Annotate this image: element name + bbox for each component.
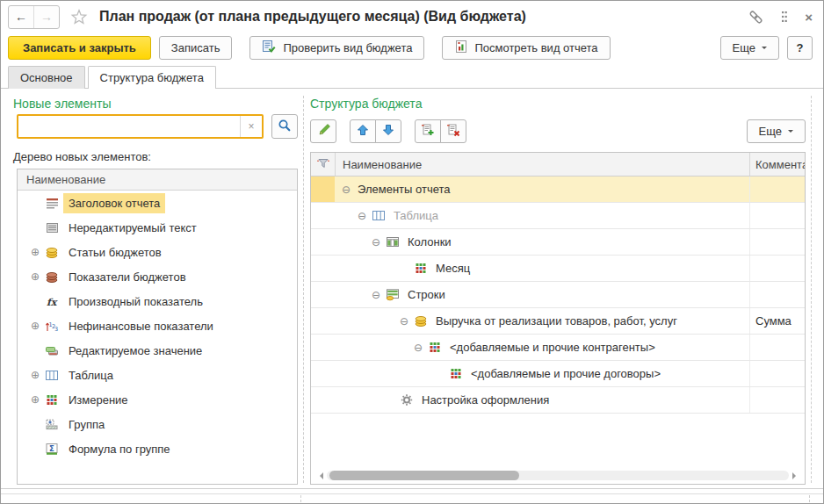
delete-row-button[interactable] <box>440 119 466 143</box>
search-button[interactable] <box>271 114 298 139</box>
table-row[interactable]: Месяц <box>311 256 805 282</box>
filter-cell <box>311 361 335 386</box>
expand-icon[interactable]: ⊕ <box>31 247 43 257</box>
coins-gold-icon <box>414 314 428 328</box>
table-row[interactable]: ⊖Таблица <box>311 203 805 229</box>
bottom-splitter-mark-right <box>809 495 810 502</box>
check-budget-view-button[interactable]: Проверить вид бюджета <box>249 36 424 60</box>
structure-table-body: ⊖Элементы отчета⊖Таблица⊖КолонкиМесяц⊖Ст… <box>311 176 805 414</box>
structure-table-header: Наименование Комментарий <box>311 153 805 176</box>
grid-icon <box>428 341 442 355</box>
table-row[interactable]: ⊖<добавляемые и прочие контрагенты> <box>311 335 805 361</box>
svg-text:3: 3 <box>54 325 58 332</box>
list-item[interactable]: ⊕Измерение <box>18 387 297 412</box>
app-window: ← → План продаж (от плана предыдущего ме… <box>0 0 824 504</box>
tab-main[interactable]: Основное <box>8 66 85 89</box>
list-item[interactable]: Группа <box>18 412 297 436</box>
more-dots-icon[interactable] <box>781 11 788 23</box>
list-item[interactable]: ⊕Показатели бюджетов <box>18 264 297 289</box>
new-elements-panel: Новые элементы × Дерево новых элементов:… <box>8 94 298 485</box>
pencil-icon <box>316 122 331 140</box>
coins-gold-icon <box>45 245 59 259</box>
filter-cell <box>311 256 335 281</box>
scroll-left-icon[interactable] <box>316 472 323 479</box>
row-label: Таблица <box>390 209 442 222</box>
list-item[interactable]: fxПроизводный показатель <box>18 289 297 313</box>
static-text-icon <box>45 220 59 234</box>
table-row[interactable]: <добавляемые и прочие договоры> <box>311 361 805 387</box>
delete-row-icon <box>446 123 460 140</box>
close-icon[interactable]: × <box>805 10 813 25</box>
expand-icon[interactable]: ⊕ <box>31 394 43 405</box>
new-elements-title[interactable]: Новые элементы <box>8 94 298 113</box>
panel-splitter[interactable] <box>303 96 305 483</box>
horizontal-scrollbar[interactable] <box>316 470 799 481</box>
expand-icon[interactable]: ⊕ <box>31 271 43 282</box>
list-item[interactable]: ⊕Таблица <box>18 363 297 387</box>
name-column-header[interactable]: Наименование <box>336 153 749 176</box>
collapse-icon[interactable]: ⊖ <box>400 316 412 327</box>
list-item[interactable]: Заголовок отчета <box>18 191 297 215</box>
structure-table: Наименование Комментарий ⊖Элементы отчет… <box>310 152 806 485</box>
table-row[interactable]: ⊖Выручка от реализации товаров, работ, у… <box>311 308 805 335</box>
collapse-icon[interactable]: ⊖ <box>372 290 384 300</box>
more-button[interactable]: Еще <box>720 36 779 60</box>
list-item[interactable]: ⊕Статьи бюджетов <box>18 240 297 264</box>
new-elements-list: Наименование Заголовок отчетаНередактиру… <box>17 169 298 485</box>
add-row-button[interactable] <box>415 119 441 143</box>
list-item[interactable]: Редактируемое значение <box>18 338 297 363</box>
comment-column-header[interactable]: Комментарий <box>749 153 805 176</box>
row-label: Месяц <box>432 262 473 275</box>
move-down-button[interactable] <box>375 119 401 143</box>
coins-brown-icon <box>45 270 59 284</box>
num123-icon: 123 <box>45 319 59 333</box>
scrollbar-thumb[interactable] <box>329 471 519 480</box>
titlebar: ← → План продаж (от плана предыдущего ме… <box>1 1 823 32</box>
view-report-button[interactable]: Посмотреть вид отчета <box>442 36 610 60</box>
search-input[interactable] <box>18 116 240 137</box>
list-header[interactable]: Наименование <box>18 169 297 191</box>
expand-icon[interactable]: ⊕ <box>31 320 43 331</box>
list-item[interactable]: ΣФормула по группе <box>18 436 297 461</box>
tab-main-label: Основное <box>20 71 73 84</box>
scrollbar-track[interactable] <box>327 471 789 480</box>
bottom-strip <box>1 488 823 503</box>
list-item[interactable]: ⊕123Нефинансовые показатели <box>18 313 297 338</box>
favorite-star-icon[interactable] <box>70 9 88 25</box>
list-item-label: Заголовок отчета <box>63 193 165 213</box>
comment-cell <box>749 282 805 307</box>
comment-cell: Сумма <box>749 308 805 334</box>
collapse-icon[interactable]: ⊖ <box>414 342 426 353</box>
move-up-button[interactable] <box>350 119 376 143</box>
scroll-right-icon[interactable] <box>792 472 799 479</box>
svg-text:fx: fx <box>47 296 58 307</box>
save-button[interactable]: Записать <box>159 36 233 60</box>
collapse-icon[interactable]: ⊖ <box>342 184 354 195</box>
name-cell: ⊖Колонки <box>335 229 749 255</box>
link-icon[interactable] <box>748 9 764 25</box>
tab-budget-structure[interactable]: Структура бюджета <box>88 66 216 89</box>
table-row[interactable]: ⊖Элементы отчета <box>311 176 805 203</box>
table-row[interactable]: ⊖Строки <box>311 282 805 308</box>
edit-button[interactable] <box>310 119 336 143</box>
save-and-close-button[interactable]: Записать и закрыть <box>8 36 151 60</box>
back-button[interactable]: ← <box>9 6 33 28</box>
budget-structure-title[interactable]: Структура бюджета <box>310 94 806 113</box>
row-label: <добавляемые и прочие договоры> <box>467 367 664 380</box>
clear-search-icon[interactable]: × <box>240 116 262 137</box>
grid-icon <box>449 367 463 381</box>
collapse-icon[interactable]: ⊖ <box>358 211 370 221</box>
collapse-icon[interactable]: ⊖ <box>372 237 384 248</box>
table-row[interactable]: ⊖Колонки <box>311 229 805 256</box>
table-blue-icon <box>45 368 59 382</box>
row-label: Настройка оформления <box>418 393 553 407</box>
list-item[interactable]: Нередактируемый текст <box>18 215 297 240</box>
filter-column-header[interactable] <box>311 153 336 176</box>
structure-more-button[interactable]: Еще <box>747 119 806 143</box>
expand-icon[interactable]: ⊕ <box>31 370 43 380</box>
help-button[interactable]: ? <box>787 36 813 60</box>
right-splitter[interactable] <box>811 96 813 483</box>
table-row[interactable]: Настройка оформления <box>311 387 805 414</box>
forward-button[interactable]: → <box>33 6 59 28</box>
view-report-label: Посмотреть вид отчета <box>474 41 597 54</box>
